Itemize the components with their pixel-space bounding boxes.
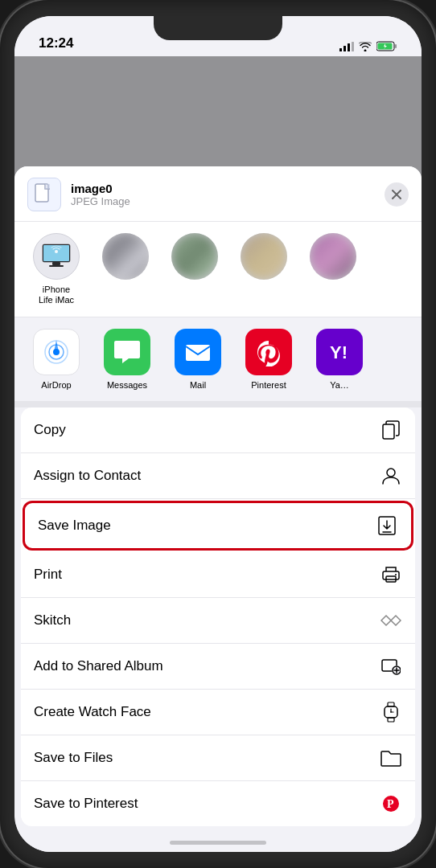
pinterest-icon: P xyxy=(380,792,402,815)
apps-row[interactable]: AirDrop Messages xyxy=(14,317,422,407)
action-list: Copy Assign to Contact xyxy=(21,407,415,826)
folder-icon xyxy=(380,747,402,769)
svg-rect-0 xyxy=(339,48,342,51)
action-watch-face-label: Create Watch Face xyxy=(34,704,151,720)
phone-frame: 12:24 xyxy=(0,0,436,868)
skitch-icon xyxy=(380,609,402,632)
home-indicator xyxy=(14,833,422,852)
svg-rect-13 xyxy=(49,265,64,267)
contact-avatar xyxy=(102,233,149,280)
action-save-pinterest-label: Save to Pinterest xyxy=(34,796,138,812)
status-time: 12:24 xyxy=(39,35,73,51)
svg-rect-2 xyxy=(348,43,350,51)
battery-icon xyxy=(376,41,397,51)
airdrop-app-icon xyxy=(33,329,80,375)
copy-icon xyxy=(380,419,402,441)
action-save-image[interactable]: Save Image xyxy=(23,501,413,551)
close-button[interactable] xyxy=(385,182,409,207)
messages-app-icon xyxy=(104,329,150,375)
print-icon xyxy=(380,563,402,586)
mail-app-icon xyxy=(175,329,221,375)
status-icons xyxy=(339,41,397,51)
share-sheet: image0 JPEG Image xyxy=(14,166,422,852)
svg-rect-24 xyxy=(383,571,399,579)
contact-avatar xyxy=(310,233,356,280)
action-copy-label: Copy xyxy=(34,422,66,438)
app-name: Messages xyxy=(107,380,147,390)
svg-rect-5 xyxy=(395,44,397,48)
svg-point-33 xyxy=(390,711,392,713)
app-name: Pinterest xyxy=(251,380,286,390)
contact-name: iPhoneLife iMac xyxy=(39,285,74,305)
app-name: Mail xyxy=(190,380,206,390)
album-icon xyxy=(380,655,402,678)
svg-point-22 xyxy=(387,469,395,477)
svg-text:P: P xyxy=(387,798,394,810)
app-item-pinterest[interactable]: Pinterest xyxy=(240,329,298,390)
action-shared-album-label: Add to Shared Album xyxy=(34,658,163,674)
dimmed-background: image0 JPEG Image xyxy=(14,56,422,852)
app-name: Ya… xyxy=(330,380,349,390)
action-shared-album[interactable]: Add to Shared Album xyxy=(21,644,415,690)
share-header: image0 JPEG Image xyxy=(14,166,422,222)
contact-avatar xyxy=(241,233,287,280)
svg-rect-12 xyxy=(52,262,60,265)
file-info: image0 JPEG Image xyxy=(71,182,375,207)
svg-point-26 xyxy=(395,574,397,575)
action-print-label: Print xyxy=(34,567,62,583)
wifi-icon xyxy=(359,42,372,51)
action-skitch[interactable]: Skitch xyxy=(21,598,415,644)
action-save-files[interactable]: Save to Files xyxy=(21,735,415,781)
svg-text:Y!: Y! xyxy=(330,342,348,362)
phone-screen: 12:24 xyxy=(14,16,422,852)
action-save-pinterest[interactable]: Save to Pinterest P xyxy=(21,781,415,826)
svg-rect-19 xyxy=(186,345,210,361)
app-item-mail[interactable]: Mail xyxy=(169,329,227,390)
file-icon xyxy=(27,178,61,211)
pinterest-app-icon xyxy=(245,329,292,375)
action-copy[interactable]: Copy xyxy=(21,407,415,453)
svg-point-18 xyxy=(53,349,60,355)
file-name: image0 xyxy=(71,182,375,195)
contact-item[interactable] xyxy=(235,233,293,305)
app-item-messages[interactable]: Messages xyxy=(98,329,156,390)
action-print[interactable]: Print xyxy=(21,552,415,598)
svg-rect-1 xyxy=(343,46,346,51)
svg-rect-21 xyxy=(383,424,394,439)
person-icon xyxy=(380,465,402,487)
action-watch-face[interactable]: Create Watch Face xyxy=(21,690,415,735)
action-assign-label: Assign to Contact xyxy=(34,468,141,484)
contact-item[interactable]: iPhoneLife iMac xyxy=(27,233,85,305)
action-assign-contact[interactable]: Assign to Contact xyxy=(21,453,415,499)
contacts-row[interactable]: iPhoneLife iMac xyxy=(14,222,422,317)
notch xyxy=(154,16,282,40)
action-save-image-label: Save Image xyxy=(38,518,111,534)
contact-avatar xyxy=(33,233,80,280)
action-save-files-label: Save to Files xyxy=(34,750,113,766)
signal-icon xyxy=(339,42,354,51)
contact-item[interactable] xyxy=(304,233,362,305)
yahoo-app-icon: Y! xyxy=(316,329,363,375)
svg-point-14 xyxy=(55,250,58,253)
home-bar xyxy=(170,841,266,845)
contact-item[interactable] xyxy=(97,233,154,305)
action-skitch-label: Skitch xyxy=(34,612,71,628)
app-name: AirDrop xyxy=(41,380,71,390)
contact-item[interactable] xyxy=(166,233,224,305)
svg-rect-3 xyxy=(352,42,354,51)
app-item-airdrop[interactable]: AirDrop xyxy=(27,329,85,390)
save-icon xyxy=(376,514,398,537)
contact-avatar xyxy=(171,233,218,280)
file-type: JPEG Image xyxy=(71,195,375,207)
app-item-yahoo[interactable]: Y! Ya… xyxy=(311,329,368,390)
watch-icon xyxy=(380,701,402,723)
